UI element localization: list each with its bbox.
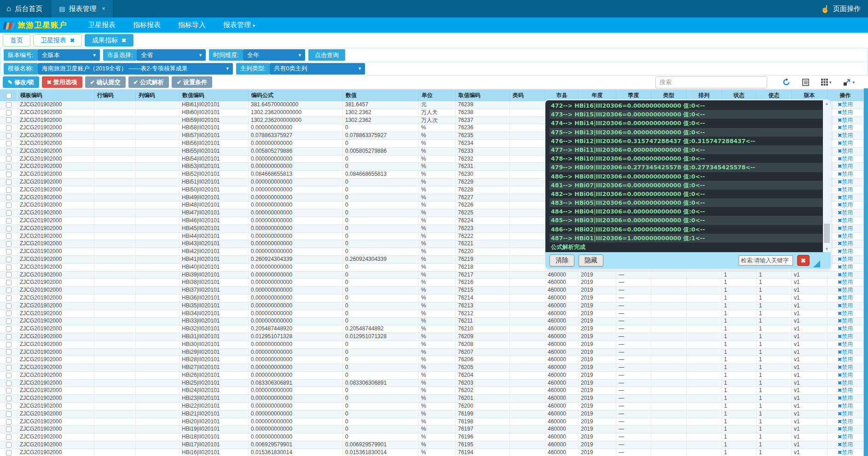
- disable-link[interactable]: ✖禁用: [838, 372, 853, 378]
- row-checkbox[interactable]: [6, 427, 12, 432]
- disable-link[interactable]: ✖禁用: [838, 294, 853, 301]
- tab-satellite-report[interactable]: 卫星报表 ✖: [33, 34, 82, 46]
- city-select[interactable]: 全省▼: [137, 49, 206, 61]
- tab-home[interactable]: 首页: [3, 34, 30, 46]
- row-checkbox[interactable]: [6, 257, 12, 262]
- menu-item-indicator-report[interactable]: 指标报表: [124, 21, 169, 29]
- disable-link[interactable]: ✖禁用: [838, 341, 853, 347]
- row-checkbox[interactable]: [6, 388, 12, 393]
- disable-link[interactable]: ✖禁用: [838, 433, 853, 440]
- row-checkbox[interactable]: [6, 280, 12, 285]
- grid-columns-icon[interactable]: ▾: [815, 79, 838, 86]
- disable-link[interactable]: ✖禁用: [838, 287, 853, 293]
- nav-tab-report-management[interactable]: ▤ 报表管理 ×: [52, 0, 112, 17]
- row-checkbox[interactable]: [6, 272, 12, 277]
- row-checkbox[interactable]: [6, 125, 12, 131]
- row-checkbox[interactable]: [6, 357, 12, 363]
- row-checkbox[interactable]: [6, 442, 12, 448]
- row-checkbox[interactable]: [6, 149, 12, 154]
- row-checkbox[interactable]: [6, 311, 12, 316]
- main-column-type-select[interactable]: 共有0类主列▼: [270, 63, 365, 75]
- console-close-button[interactable]: ✖: [797, 255, 810, 266]
- row-checkbox[interactable]: [6, 233, 12, 239]
- row-checkbox[interactable]: [6, 156, 12, 162]
- row-checkbox[interactable]: [6, 404, 12, 409]
- nav-home[interactable]: ⌂ 后台首页: [0, 0, 52, 17]
- formula-parse-button[interactable]: ✔公式解析: [128, 76, 169, 88]
- set-condition-button[interactable]: ✔设置条件: [172, 76, 212, 88]
- disable-link[interactable]: ✖禁用: [838, 449, 853, 456]
- disable-link[interactable]: ✖禁用: [838, 248, 853, 254]
- row-checkbox[interactable]: [6, 334, 12, 340]
- row-checkbox[interactable]: [6, 141, 12, 146]
- page-vertical-scrollbar[interactable]: [863, 88, 868, 456]
- disable-link[interactable]: ✖禁用: [838, 140, 853, 146]
- disable-link[interactable]: ✖禁用: [838, 240, 853, 247]
- clear-button[interactable]: 清除: [550, 254, 574, 266]
- disable-link[interactable]: ✖禁用: [838, 271, 853, 278]
- time-dimension-select[interactable]: 全年▼: [243, 49, 305, 61]
- disable-link[interactable]: ✖禁用: [838, 279, 853, 285]
- disable-link[interactable]: ✖禁用: [838, 410, 853, 417]
- disable-options-button[interactable]: ✖禁用选项: [42, 76, 82, 88]
- console-scrollbar[interactable]: ▲ ▼: [823, 100, 831, 252]
- row-checkbox[interactable]: [6, 342, 12, 347]
- row-checkbox[interactable]: [6, 202, 12, 208]
- export-icon[interactable]: ▾: [837, 79, 861, 86]
- scroll-down-icon[interactable]: ▼: [825, 246, 829, 252]
- disable-link[interactable]: ✖禁用: [838, 171, 853, 177]
- row-checkbox[interactable]: [6, 117, 12, 123]
- menu-item-satellite-report[interactable]: 卫星报表: [79, 21, 124, 29]
- disable-link[interactable]: ✖禁用: [838, 333, 853, 340]
- disable-link[interactable]: ✖禁用: [838, 109, 853, 115]
- disable-link[interactable]: ✖禁用: [838, 101, 853, 108]
- row-checkbox[interactable]: [6, 349, 12, 355]
- disable-link[interactable]: ✖禁用: [838, 148, 853, 154]
- row-checkbox[interactable]: [6, 419, 12, 425]
- disable-link[interactable]: ✖禁用: [838, 186, 853, 193]
- row-checkbox[interactable]: [6, 102, 12, 108]
- nav-tab-close-icon[interactable]: ×: [102, 6, 105, 12]
- disable-link[interactable]: ✖禁用: [838, 441, 853, 448]
- disable-link[interactable]: ✖禁用: [838, 387, 853, 393]
- row-checkbox[interactable]: [6, 318, 12, 324]
- disable-link[interactable]: ✖禁用: [838, 356, 853, 363]
- disable-link[interactable]: ✖禁用: [838, 349, 853, 355]
- scrollbar-thumb[interactable]: [824, 224, 830, 243]
- close-icon[interactable]: ✖: [122, 37, 126, 44]
- row-checkbox[interactable]: [6, 381, 12, 386]
- row-checkbox[interactable]: [6, 434, 12, 440]
- page-operations-button[interactable]: ☝ 页面操作: [821, 0, 868, 17]
- refresh-icon[interactable]: [776, 78, 796, 86]
- row-checkbox[interactable]: [6, 187, 12, 193]
- disable-link[interactable]: ✖禁用: [838, 310, 853, 317]
- disable-link[interactable]: ✖禁用: [838, 256, 853, 262]
- disable-link[interactable]: ✖禁用: [838, 202, 853, 208]
- select-all-checkbox[interactable]: [6, 93, 12, 98]
- disable-link[interactable]: ✖禁用: [838, 395, 853, 401]
- disable-link[interactable]: ✖禁用: [838, 117, 853, 123]
- row-checkbox[interactable]: [6, 303, 12, 309]
- row-checkbox[interactable]: [6, 195, 12, 200]
- menu-item-report-management[interactable]: 报表管理▾: [214, 21, 264, 29]
- close-icon[interactable]: ✖: [70, 37, 75, 44]
- row-checkbox[interactable]: [6, 396, 12, 401]
- disable-link[interactable]: ✖禁用: [838, 317, 853, 324]
- disable-link[interactable]: ✖禁用: [838, 163, 853, 169]
- disable-link[interactable]: ✖禁用: [838, 403, 853, 409]
- row-checkbox[interactable]: [6, 265, 12, 270]
- row-checkbox[interactable]: [6, 110, 12, 115]
- disable-link[interactable]: ✖禁用: [838, 179, 853, 185]
- template-select[interactable]: 海南旅游卫星账户（2019全省） ——表2-专项核算成果▼: [38, 63, 233, 75]
- disable-link[interactable]: ✖禁用: [838, 302, 853, 309]
- scroll-up-icon[interactable]: ▲: [825, 100, 829, 107]
- list-view-icon[interactable]: [796, 79, 815, 86]
- row-checkbox[interactable]: [6, 241, 12, 247]
- row-checkbox[interactable]: [6, 133, 12, 139]
- row-checkbox[interactable]: [6, 249, 12, 254]
- disable-link[interactable]: ✖禁用: [838, 225, 853, 231]
- search-input[interactable]: [655, 76, 767, 88]
- disable-link[interactable]: ✖禁用: [838, 124, 853, 131]
- modify-lock-button[interactable]: ✎修改/锁: [3, 76, 39, 88]
- row-checkbox[interactable]: [6, 210, 12, 216]
